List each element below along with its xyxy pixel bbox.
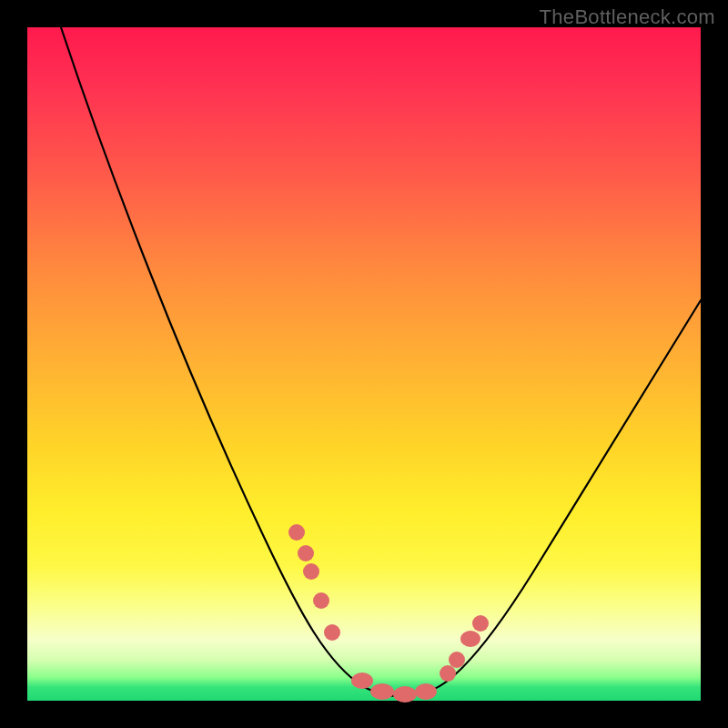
marker-dot (393, 686, 417, 703)
chart-frame: TheBottleneck.com (0, 0, 728, 728)
marker-dot (472, 615, 489, 632)
watermark-text: TheBottleneck.com (540, 5, 715, 29)
marker-dot (313, 592, 329, 609)
marker-dot (351, 672, 373, 689)
marker-dot (460, 631, 480, 647)
marker-dot (415, 683, 437, 700)
marker-dot (298, 545, 314, 561)
chart-plot-area (27, 27, 701, 701)
marker-group (288, 524, 489, 703)
marker-dot (370, 683, 394, 700)
marker-dot (303, 563, 319, 580)
marker-dot (288, 524, 305, 541)
marker-dot (324, 624, 340, 641)
bottleneck-curve (61, 27, 701, 696)
chart-svg (27, 27, 701, 701)
marker-dot (440, 665, 456, 682)
marker-dot (449, 652, 465, 668)
